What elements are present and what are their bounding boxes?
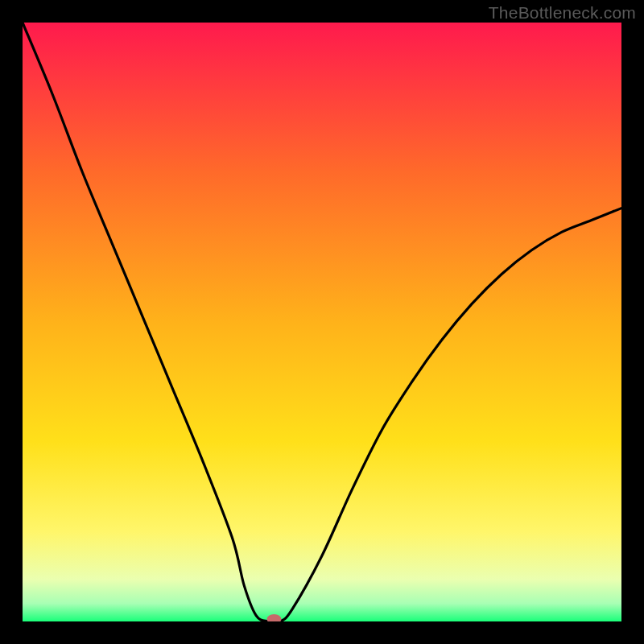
plot-area — [23, 23, 621, 621]
chart-svg — [23, 23, 621, 621]
watermark-text: TheBottleneck.com — [489, 3, 636, 23]
chart-frame: TheBottleneck.com — [0, 0, 644, 644]
gradient-background — [23, 23, 621, 621]
